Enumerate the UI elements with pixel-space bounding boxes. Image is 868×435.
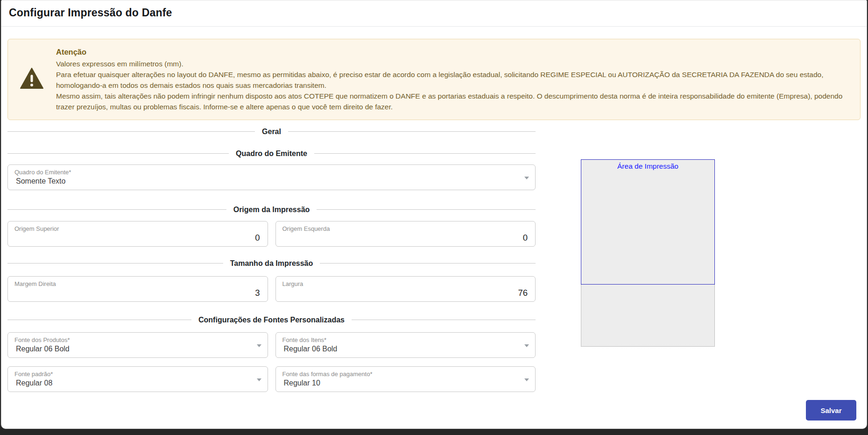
section-title-geral: Geral xyxy=(255,128,288,136)
chevron-down-icon xyxy=(524,177,529,179)
origem-esquerda-input[interactable]: Origem Esquerda 0 xyxy=(275,221,536,247)
field-value: Regular 06 Bold xyxy=(282,345,529,353)
row-tamanho: Margem Direita 3 Largura 76 xyxy=(7,276,536,302)
field-value: Regular 10 xyxy=(282,379,529,387)
chevron-down-icon xyxy=(257,378,261,381)
chevron-down-icon xyxy=(524,344,529,347)
section-divider-fontes-personalizadas: Configurações de Fontes Personalizadas xyxy=(7,315,536,324)
row-origem: Origem Superior 0 Origem Esquerda 0 xyxy=(7,221,536,247)
row-quadro-emitente: Quadro do Emitente* Somente Texto xyxy=(7,164,536,190)
danfe-print-config-page: { "window": { "title": "Configurar Impre… xyxy=(0,0,868,435)
warning-banner: Atenção Valores expressos em milímetros … xyxy=(7,39,861,120)
form-column: Geral Quadro do Emitente Quadro do Emite… xyxy=(7,127,536,392)
print-area-label: Área de Impressão xyxy=(617,162,678,170)
field-value: 0 xyxy=(282,233,529,243)
field-label: Origem Superior xyxy=(14,225,261,232)
warning-heading: Atenção xyxy=(56,47,850,57)
footer-actions: Salvar xyxy=(7,392,861,421)
printable-area-box: Área de Impressão xyxy=(581,159,715,285)
largura-input[interactable]: Largura 76 xyxy=(275,276,536,302)
fonte-pagamento-select[interactable]: Fonte das formas de pagamento* Regular 1… xyxy=(275,366,536,392)
save-button[interactable]: Salvar xyxy=(806,400,856,421)
paper-area-box: Área de Impressão xyxy=(581,159,715,347)
origem-superior-input[interactable]: Origem Superior 0 xyxy=(7,221,268,247)
field-label: Quadro do Emitente* xyxy=(14,169,529,176)
section-title-tamanho-impressao: Tamanho da Impressão xyxy=(223,259,320,268)
warning-paragraph: Para efetuar quaisquer alterações no lay… xyxy=(56,69,850,91)
field-label: Fonte dos Produtos* xyxy=(14,336,261,343)
field-label: Fonte das formas de pagamento* xyxy=(282,371,529,378)
field-value: 0 xyxy=(14,233,261,243)
field-value: 3 xyxy=(14,288,261,298)
section-title-quadro-emitente: Quadro do Emitente xyxy=(229,150,314,158)
field-label: Fonte padrão* xyxy=(14,371,261,378)
chevron-down-icon xyxy=(257,344,261,347)
field-label: Margem Direita xyxy=(14,280,261,287)
row-fontes-2: Fonte padrão* Regular 08 Fonte das forma… xyxy=(7,366,536,392)
section-title-fontes-personalizadas: Configurações de Fontes Personalizadas xyxy=(191,316,352,324)
field-label: Fonte dos Itens* xyxy=(282,336,529,343)
field-value: Regular 08 xyxy=(14,379,261,387)
fonte-itens-select[interactable]: Fonte dos Itens* Regular 06 Bold xyxy=(275,332,536,358)
section-divider-tamanho-impressao: Tamanho da Impressão xyxy=(7,259,536,268)
chevron-down-icon xyxy=(524,378,529,381)
print-area-preview: Área de Impressão xyxy=(581,159,715,347)
warning-paragraph: Mesmo assim, tais alterações não podem i… xyxy=(56,91,850,112)
section-divider-origem-impressao: Origem da Impressão xyxy=(7,205,536,214)
margem-direita-input[interactable]: Margem Direita 3 xyxy=(7,276,268,302)
field-value: 76 xyxy=(282,288,529,298)
warning-triangle-icon xyxy=(20,68,43,91)
field-value: Regular 06 Bold xyxy=(14,345,261,353)
section-title-origem-impressao: Origem da Impressão xyxy=(226,206,317,214)
section-divider-geral: Geral xyxy=(7,127,536,136)
row-fontes-1: Fonte dos Produtos* Regular 06 Bold Font… xyxy=(7,332,536,358)
warning-paragraph: Valores expressos em milímetros (mm). xyxy=(56,58,850,69)
fonte-produtos-select[interactable]: Fonte dos Produtos* Regular 06 Bold xyxy=(7,332,268,358)
form-area: Geral Quadro do Emitente Quadro do Emite… xyxy=(7,120,861,392)
config-card: Configurar Impressão do Danfe Atenção Va… xyxy=(1,0,867,429)
fonte-padrao-select[interactable]: Fonte padrão* Regular 08 xyxy=(7,366,268,392)
field-label: Largura xyxy=(282,280,529,287)
page-header: Configurar Impressão do Danfe xyxy=(1,0,867,27)
warning-body: Atenção Valores expressos em milímetros … xyxy=(56,47,850,112)
section-divider-quadro-emitente: Quadro do Emitente xyxy=(7,149,536,158)
page-content: Atenção Valores expressos em milímetros … xyxy=(1,27,867,421)
quadro-emitente-select[interactable]: Quadro do Emitente* Somente Texto xyxy=(7,164,536,190)
field-value: Somente Texto xyxy=(14,177,529,185)
page-title: Configurar Impressão do Danfe xyxy=(9,7,859,19)
field-label: Origem Esquerda xyxy=(282,225,529,232)
